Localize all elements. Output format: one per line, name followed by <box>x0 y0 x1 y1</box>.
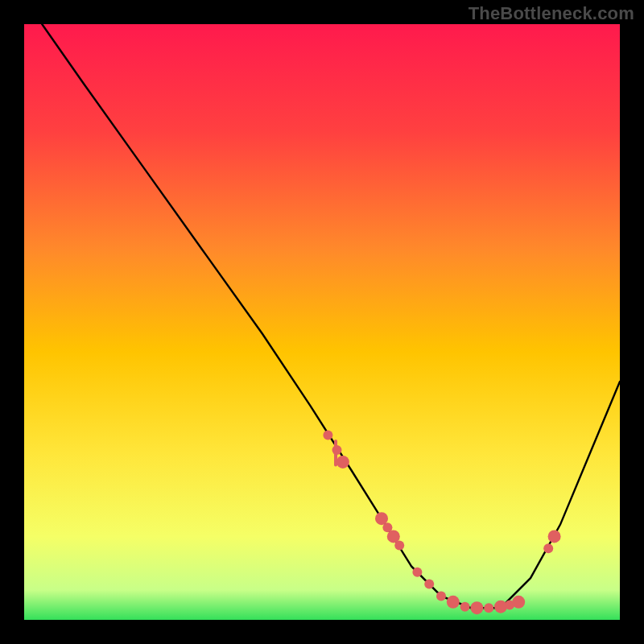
data-point <box>484 603 493 613</box>
data-point <box>332 445 342 455</box>
data-point <box>512 596 525 609</box>
data-point <box>323 431 332 440</box>
data-point <box>424 580 434 589</box>
data-point <box>336 456 349 469</box>
data-point <box>548 530 561 543</box>
data-point <box>436 591 446 601</box>
data-point <box>543 543 553 553</box>
data-point <box>394 541 404 551</box>
data-point <box>470 601 483 614</box>
plot-background <box>24 24 620 620</box>
data-point <box>412 568 422 577</box>
data-point <box>447 596 460 609</box>
data-point <box>460 602 470 612</box>
chart-canvas <box>0 0 644 644</box>
chart-frame: TheBottleneck.com <box>0 0 644 644</box>
